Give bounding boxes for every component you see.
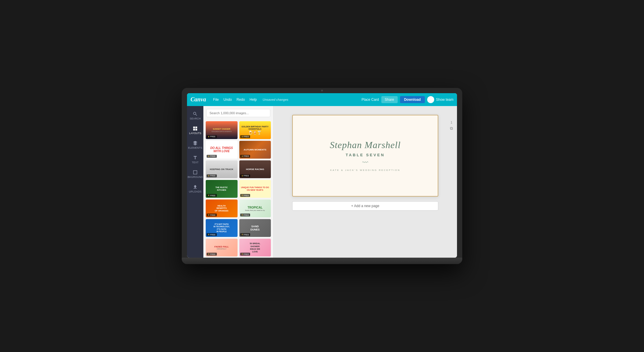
share-button[interactable]: Share (381, 96, 398, 103)
card-table: TABLE SEVEN (346, 153, 385, 157)
template-card-autumn[interactable]: AUTUMN MOMENTS ♛ FREE (239, 141, 271, 159)
badge-faith: ♛ FREE (207, 233, 217, 236)
place-card[interactable]: Stephan Marshell TABLE SEVEN 〰 KATE & JA… (292, 115, 438, 197)
badge-golden: ♛ FREE (240, 135, 250, 138)
main-content: SEARCH LAYOUTS ELEMENTS (187, 106, 457, 258)
background-icon (193, 170, 198, 175)
card-name: Stephan Marshell (330, 140, 401, 150)
badge-health: ♛ FREE (207, 214, 217, 216)
sidebar-item-elements[interactable]: ELEMENTS (187, 138, 203, 152)
laptop-screen: Canva File Undo Redo Help Unsaved change… (187, 93, 457, 258)
badge-sand: ♛ FREE (240, 233, 250, 236)
download-button[interactable]: Download (400, 96, 425, 103)
badge-bridal: ♛ FREE (240, 253, 250, 256)
badge-fall: ♛ FREE (207, 253, 217, 256)
icon-sidebar: SEARCH LAYOUTS ELEMENTS (187, 106, 203, 258)
template-card-horse[interactable]: HORSE RACING ♛ FREE (239, 160, 271, 178)
template-card-golden[interactable]: GOLDEN BIRTHDAY PARTY ESSENTIALS 🍺🍹🍸 ♛ F… (239, 121, 271, 139)
canva-logo: Canva (191, 96, 206, 103)
uploads-icon (193, 184, 198, 190)
badge-rustic: ♛ FREE (207, 194, 217, 197)
badge-tropical: ♛ FREE (240, 214, 250, 216)
template-card-tropical[interactable]: TROPICAL foods that you need to try ♛ FR… (239, 200, 271, 217)
template-card-sand[interactable]: SANDDUNES ♛ FREE (239, 219, 271, 237)
file-menu[interactable]: File (211, 96, 220, 103)
help-menu[interactable]: Help (248, 96, 259, 103)
layouts-icon (193, 126, 198, 131)
template-card-health[interactable]: HealthBenefitsof Oranges ♛ FREE (206, 200, 238, 217)
search-input[interactable] (206, 109, 270, 117)
card-divider: 〰 (362, 159, 368, 165)
redo-menu[interactable]: Redo (235, 96, 247, 103)
sidebar-item-background[interactable]: BKGROUND (187, 167, 203, 181)
template-card-love[interactable]: DO ALL THINGSWITH LOVE ♛ FREE (206, 141, 238, 159)
sidebar-label-text: TEXT (192, 161, 198, 164)
template-card-track[interactable]: KEEPING ON TRACK ♛ FREE (206, 160, 238, 178)
badge-love: ♛ FREE (207, 155, 217, 158)
template-card-faith[interactable]: IT'S NOT FAITHIN TECHNOLOGY,IT'S FAITHIN… (206, 219, 238, 237)
template-card-rustic[interactable]: THE RUSTICKITCHEN ♛ FREE (206, 180, 238, 198)
badge-autumn: ♛ FREE (240, 155, 250, 158)
topbar: Canva File Undo Redo Help Unsaved change… (187, 93, 457, 106)
topbar-menu: File Undo Redo Help (211, 96, 258, 103)
badge-sunset: ♛ FREE (207, 135, 217, 138)
laptop-frame: Canva File Undo Redo Help Unsaved change… (182, 88, 462, 264)
sidebar-label-search: SEARCH (190, 117, 201, 120)
search-icon (193, 111, 198, 117)
show-team-button[interactable]: Show team (427, 96, 453, 103)
sidebar-label-uploads: UPLOADS (189, 190, 201, 193)
camera (321, 90, 323, 91)
topbar-right: Place Card Share Download Show team (361, 96, 453, 103)
card-event: KATE & JACK'S WEDDING RECEPTION (330, 169, 400, 171)
page-number: 1 (451, 121, 452, 124)
elements-icon (193, 141, 198, 146)
badge-horse: ♛ FREE (240, 174, 250, 177)
badge-unique: ♛ FREE (240, 194, 250, 197)
sidebar-label-background: BKGROUND (188, 176, 203, 178)
laptop-base (182, 258, 462, 264)
badge-track: ♛ FREE (207, 174, 217, 177)
text-icon (193, 155, 198, 160)
unsaved-status: Unsaved changes (263, 98, 288, 101)
add-page-button[interactable]: + Add a new page (292, 201, 438, 211)
search-box (203, 106, 273, 120)
copy-page-button[interactable]: ⧉ (450, 126, 453, 131)
template-card-bridal[interactable]: 50 BridalShowerIdeas WeLove ♛ FREE (239, 239, 271, 256)
sidebar-item-search[interactable]: SEARCH (187, 109, 203, 122)
sidebar-item-layouts[interactable]: LAYOUTS (187, 124, 203, 137)
canvas-area: 1 ⧉ Stephan Marshell TABLE SEVEN 〰 KATE … (273, 106, 457, 258)
sidebar-label-layouts: LAYOUTS (189, 132, 201, 135)
undo-menu[interactable]: Undo (222, 96, 234, 103)
template-card-fall[interactable]: Faded Fall GRACEFULLY ♛ FREE (206, 239, 238, 256)
template-card-unique[interactable]: UNIQUE FUN THINGS TO DO ON NEW YEAR'S ♛ … (239, 180, 271, 198)
sidebar-item-uploads[interactable]: UPLOADS (187, 182, 203, 195)
template-card-sunset[interactable]: Sunset chaser GOLDEN DAYS EVENTS ♛ FREE (206, 121, 238, 139)
templates-panel: Sunset chaser GOLDEN DAYS EVENTS ♛ FREE … (203, 106, 273, 258)
show-team-label: Show team (436, 98, 453, 102)
avatar (427, 96, 434, 103)
templates-grid: Sunset chaser GOLDEN DAYS EVENTS ♛ FREE … (203, 120, 273, 258)
sidebar-item-text[interactable]: TEXT (187, 153, 203, 166)
doc-type-label: Place Card (361, 98, 379, 102)
sidebar-label-elements: ELEMENTS (188, 146, 202, 149)
